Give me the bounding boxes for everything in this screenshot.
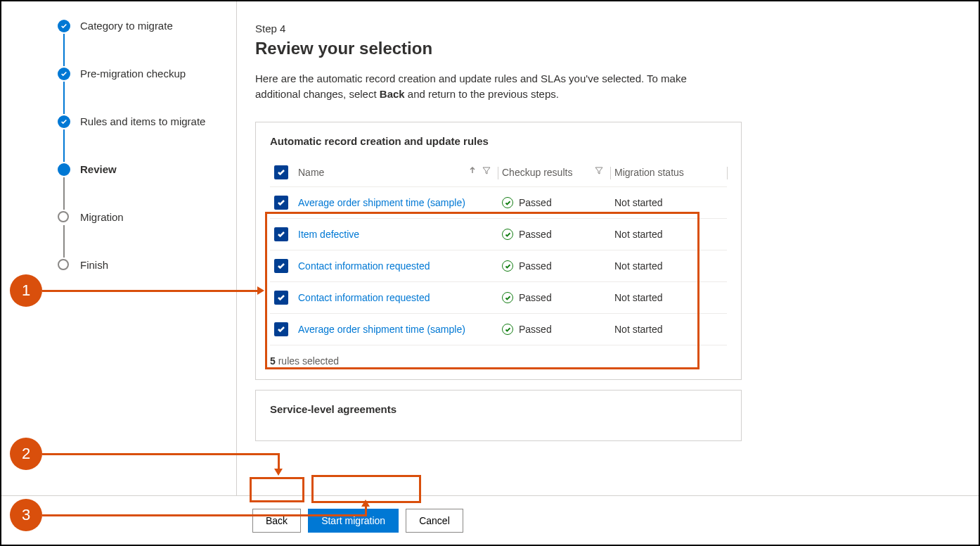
step-caption: Step 4 <box>255 23 950 34</box>
checkmark-circle-icon <box>502 292 513 303</box>
column-checkup-label: Checkup results <box>502 167 572 178</box>
migration-status: Not started <box>614 292 662 303</box>
table-row[interactable]: Contact information requested Passed Not… <box>270 282 727 314</box>
step-label: Rules and items to migrate <box>80 114 205 129</box>
step-connector <box>63 82 65 114</box>
column-select-all[interactable] <box>270 160 294 187</box>
filter-icon[interactable] <box>595 165 603 177</box>
table-row[interactable]: Contact information requested Passed Not… <box>270 250 727 282</box>
step-rules-and-items[interactable]: Rules and items to migrate <box>58 114 236 162</box>
checkup-result: Passed <box>502 292 552 303</box>
selected-count: 5 rules selected <box>270 345 727 367</box>
checkup-result-text: Passed <box>519 229 552 240</box>
sort-asc-icon[interactable] <box>468 165 477 177</box>
rule-name-link[interactable]: Average order shipment time (sample) <box>298 197 465 208</box>
rule-name-link[interactable]: Item defective <box>298 229 359 240</box>
checkmark-circle-icon <box>502 229 513 240</box>
step-pre-migration-checkup[interactable]: Pre-migration checkup <box>58 66 236 114</box>
checkup-result-text: Passed <box>519 197 552 208</box>
rules-card-title: Automatic record creation and update rul… <box>270 135 727 147</box>
pending-step-icon <box>58 259 69 270</box>
intro-bold: Back <box>380 88 405 100</box>
start-migration-button[interactable]: Start migration <box>308 509 399 533</box>
rules-table-body: Average order shipment time (sample) Pas… <box>270 187 727 345</box>
checkup-result-text: Passed <box>519 292 552 303</box>
checkmark-circle-icon <box>502 324 513 335</box>
step-category-to-migrate[interactable]: Category to migrate <box>58 18 236 66</box>
step-label: Category to migrate <box>80 18 173 34</box>
intro-post: and return to the previous steps. <box>405 88 559 100</box>
current-step-icon <box>58 163 70 176</box>
cancel-button[interactable]: Cancel <box>406 509 463 533</box>
main-content: Step 4 Review your selection Here are th… <box>237 1 979 545</box>
step-connector <box>63 225 65 258</box>
rule-name-link[interactable]: Contact information requested <box>298 260 430 272</box>
checkbox-icon[interactable] <box>274 227 288 241</box>
checkmark-icon <box>58 115 70 128</box>
step-finish: Finish <box>58 258 236 279</box>
step-label: Review <box>80 162 117 177</box>
checkmark-circle-icon <box>502 197 513 208</box>
rule-name-link[interactable]: Contact information requested <box>298 292 430 303</box>
checkbox-icon[interactable] <box>274 322 288 336</box>
checkbox-icon[interactable] <box>274 196 288 210</box>
filter-icon[interactable] <box>482 165 491 177</box>
back-button[interactable]: Back <box>252 509 301 533</box>
footer-bar: Back Start migration Cancel <box>1 495 979 545</box>
migration-status: Not started <box>614 229 662 240</box>
sla-card: Service-level agreements <box>255 390 742 441</box>
checkmark-icon <box>58 68 70 80</box>
selected-count-text: rules selected <box>276 355 339 367</box>
step-list: Category to migrate Pre-migration checku… <box>58 18 236 279</box>
table-row[interactable]: Average order shipment time (sample) Pas… <box>270 187 727 219</box>
checkup-result-text: Passed <box>519 324 552 335</box>
wizard-steps-sidebar: Category to migrate Pre-migration checku… <box>1 1 237 545</box>
main-layout: Category to migrate Pre-migration checku… <box>1 1 979 545</box>
checkmark-circle-icon <box>502 260 513 272</box>
checkmark-icon <box>58 20 70 32</box>
column-checkup-results[interactable]: Checkup results <box>498 160 610 187</box>
rules-card: Automatic record creation and update rul… <box>255 122 742 380</box>
checkup-result: Passed <box>502 229 552 240</box>
checkbox-icon[interactable] <box>274 259 288 273</box>
pending-step-icon <box>58 211 69 222</box>
step-connector <box>63 34 65 66</box>
column-status-label: Migration status <box>614 167 684 178</box>
step-review[interactable]: Review <box>58 162 236 210</box>
column-name-label: Name <box>298 167 324 178</box>
selected-count-number: 5 <box>270 355 276 367</box>
column-name[interactable]: Name <box>294 160 498 187</box>
step-connector <box>63 129 65 162</box>
intro-text: Here are the automatic record creation a… <box>255 71 691 102</box>
checkup-result: Passed <box>502 197 552 208</box>
app-window: Category to migrate Pre-migration checku… <box>0 0 980 546</box>
table-row[interactable]: Average order shipment time (sample) Pas… <box>270 314 727 345</box>
rules-table: Name Checkup results <box>270 160 727 345</box>
column-migration-status[interactable]: Migration status <box>610 160 727 187</box>
page-title: Review your selection <box>255 39 950 58</box>
rule-name-link[interactable]: Average order shipment time (sample) <box>298 324 465 335</box>
checkup-result: Passed <box>502 324 552 335</box>
step-label: Finish <box>80 258 108 273</box>
checkup-result: Passed <box>502 260 552 272</box>
checkbox-icon[interactable] <box>274 291 288 305</box>
step-label: Pre-migration checkup <box>80 66 186 82</box>
migration-status: Not started <box>614 260 662 272</box>
step-label: Migration <box>80 210 124 225</box>
checkup-result-text: Passed <box>519 260 552 272</box>
migration-status: Not started <box>614 324 662 335</box>
column-divider <box>727 167 728 179</box>
checkbox-icon <box>274 165 288 179</box>
step-migration: Migration <box>58 210 236 258</box>
sla-card-title: Service-level agreements <box>270 403 727 415</box>
migration-status: Not started <box>614 197 662 208</box>
step-connector <box>63 177 65 210</box>
table-row[interactable]: Item defective Passed Not started <box>270 219 727 250</box>
